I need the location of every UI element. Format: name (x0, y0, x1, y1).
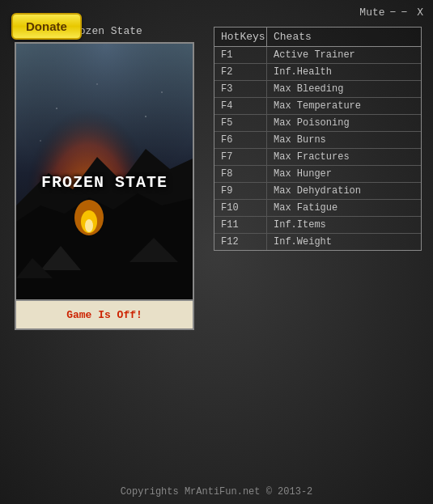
cheat-desc: Inf.Health (267, 64, 338, 80)
cheat-key: F8 (214, 166, 267, 182)
cheat-key: F6 (214, 132, 267, 148)
cheat-row: F8Max Hunger (214, 166, 421, 183)
close-button[interactable]: X (417, 6, 423, 19)
cheat-key: F7 (214, 149, 267, 165)
cheat-key: F9 (214, 183, 267, 199)
status-bar: Game Is Off! (15, 301, 194, 330)
game-image-bg: FROZEN STATE (16, 44, 193, 299)
cheat-desc: Inf.Weight (267, 234, 338, 250)
footer: Copyrights MrAntiFun.net © 2013-2 (0, 486, 433, 498)
cheat-row: F9Max Dehydration (214, 183, 421, 200)
cheat-desc: Max Bleeding (267, 81, 350, 97)
cheat-row: F6Max Burns (214, 132, 421, 149)
cheat-desc: Max Burns (267, 132, 333, 148)
game-title-overlay: FROZEN STATE (41, 173, 168, 192)
cheat-key: F2 (214, 64, 267, 80)
svg-point-11 (56, 108, 57, 109)
window-controls: Mute − − X (359, 6, 423, 19)
col-cheats-header: Cheats (267, 28, 318, 46)
cheat-key: F1 (214, 47, 267, 63)
cheat-row: F11Inf.Items (214, 217, 421, 234)
svg-point-7 (85, 219, 93, 232)
svg-point-12 (96, 83, 98, 85)
right-panel: HotKeys Cheats F1Active TrainerF2Inf.Hea… (214, 25, 422, 330)
cheat-desc: Max Temperature (267, 98, 367, 114)
cheat-desc: Max Hunger (267, 166, 338, 182)
cheat-row: F4Max Temperature (214, 98, 421, 115)
cheat-row: F3Max Bleeding (214, 81, 421, 98)
cheat-key: F11 (214, 217, 267, 233)
left-panel: Frozen State (11, 25, 197, 330)
cheat-key: F4 (214, 98, 267, 114)
cheat-key: F5 (214, 115, 267, 131)
main-area: Frozen State (0, 25, 433, 330)
separator: − (390, 6, 397, 19)
mute-label[interactable]: Mute (359, 6, 384, 19)
cheat-key: F3 (214, 81, 267, 97)
cheat-key: F10 (214, 200, 267, 216)
cheat-desc: Max Poisoning (267, 115, 356, 131)
cheat-row: F7Max Fractures (214, 149, 421, 166)
game-image: FROZEN STATE (15, 42, 194, 301)
cheat-row: F1Active Trainer (214, 47, 421, 64)
svg-marker-4 (16, 193, 194, 301)
cheat-desc: Max Fractures (267, 149, 356, 165)
svg-point-13 (145, 116, 146, 117)
cheat-rows-container: F1Active TrainerF2Inf.HealthF3Max Bleedi… (214, 47, 421, 250)
cheat-desc: Inf.Items (267, 217, 333, 233)
hotkeys-table: HotKeys Cheats F1Active TrainerF2Inf.Hea… (214, 27, 422, 251)
cheat-row: F5Max Poisoning (214, 115, 421, 132)
cheat-row: F12Inf.Weight (214, 234, 421, 250)
status-text: Game Is Off! (66, 309, 142, 321)
col-hotkeys-header: HotKeys (214, 28, 267, 46)
cheat-row: F2Inf.Health (214, 64, 421, 81)
app-container: Mute − − X Donate Frozen State (0, 0, 433, 504)
cheat-key: F12 (214, 234, 267, 250)
footer-text: Copyrights MrAntiFun.net © 2013-2 (121, 486, 313, 498)
cheat-desc: Active Trainer (267, 47, 362, 63)
table-header: HotKeys Cheats (214, 28, 421, 47)
cheat-desc: Max Dehydration (267, 183, 367, 199)
svg-point-14 (40, 140, 41, 142)
donate-button[interactable]: Donate (11, 13, 82, 40)
game-art (16, 44, 194, 301)
cheat-row: F10Max Fatigue (214, 200, 421, 217)
cheat-desc: Max Fatigue (267, 200, 344, 216)
svg-point-15 (161, 91, 163, 93)
minimize-button[interactable]: − (401, 6, 407, 19)
